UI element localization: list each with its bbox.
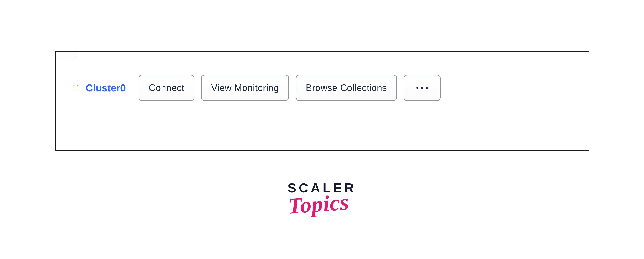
svg-point-6 — [74, 90, 74, 90]
cluster-name-group: Cluster0 — [72, 82, 126, 94]
svg-point-4 — [78, 90, 78, 90]
connect-button[interactable]: Connect — [138, 75, 194, 101]
svg-point-2 — [78, 87, 79, 88]
cluster-row: Cluster0 Connect View Monitoring Browse … — [56, 60, 588, 116]
cluster-panel: Cluster0 Connect View Monitoring Browse … — [55, 51, 589, 151]
canvas: Cluster0 Connect View Monitoring Browse … — [0, 0, 644, 259]
more-actions-button[interactable] — [404, 75, 441, 101]
svg-point-9 — [74, 85, 74, 86]
cluster-name-link[interactable]: Cluster0 — [86, 82, 126, 94]
cluster-action-buttons: Connect View Monitoring Browse Collectio… — [138, 75, 441, 101]
svg-point-5 — [76, 90, 76, 91]
svg-point-0 — [76, 84, 76, 86]
ellipsis-icon — [416, 87, 428, 89]
scaler-topics-logo: SCALER Topics — [288, 182, 356, 215]
svg-point-7 — [72, 88, 73, 89]
panel-tab-edge — [56, 52, 588, 60]
brand-line2: Topics — [288, 191, 350, 217]
browse-collections-button[interactable]: Browse Collections — [296, 75, 397, 101]
svg-point-8 — [72, 87, 73, 88]
view-monitoring-button[interactable]: View Monitoring — [201, 75, 289, 101]
svg-point-1 — [78, 85, 78, 86]
loading-spinner-icon — [72, 84, 80, 92]
svg-point-3 — [78, 88, 79, 89]
